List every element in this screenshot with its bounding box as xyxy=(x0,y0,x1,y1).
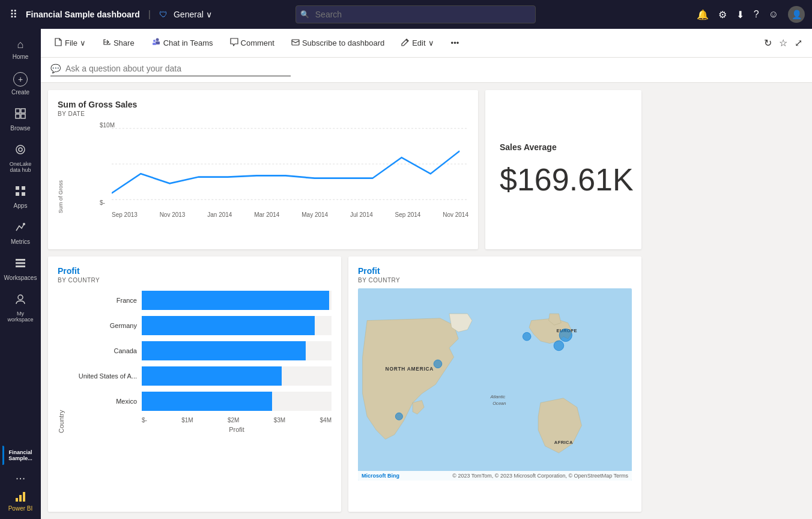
sidebar-item-myworkspace[interactable]: Myworkspace xyxy=(2,288,38,327)
edit-icon xyxy=(401,38,410,48)
svg-point-33 xyxy=(554,341,564,351)
sales-average-card: Sales Average $169.61K xyxy=(485,90,641,249)
browse-icon xyxy=(14,108,26,123)
chart-inner: $10M $- xyxy=(82,122,468,218)
home-icon: ⌂ xyxy=(17,38,24,51)
map-title: Profit xyxy=(358,266,632,276)
sales-avg-title: Sales Average xyxy=(500,142,557,152)
svg-rect-8 xyxy=(16,192,19,196)
svg-point-14 xyxy=(18,295,23,300)
bar-chart-area: Country France Germany xyxy=(58,291,332,433)
svg-rect-3 xyxy=(21,114,25,118)
x-axis-labels: Sep 2013 Nov 2013 Jan 2014 Mar 2014 May … xyxy=(112,211,468,218)
share-icon xyxy=(103,38,111,48)
sidebar-item-financial[interactable]: Financial Sample... xyxy=(2,445,38,466)
search-bar: 🔍 xyxy=(295,5,536,23)
sidebar-more-icon[interactable]: ... xyxy=(16,469,26,482)
bar-x-axis: $- $1M $2M $3M $4M xyxy=(142,417,332,423)
svg-rect-9 xyxy=(22,192,25,196)
edit-button[interactable]: Edit ∨ xyxy=(398,35,437,50)
sidebar-item-workspaces[interactable]: Workspaces xyxy=(2,252,38,286)
topbar: ⠿ Financial Sample dashboard | 🛡 General… xyxy=(0,0,812,29)
svg-rect-15 xyxy=(16,498,18,502)
download-icon[interactable]: ⬇ xyxy=(736,9,744,20)
main-layout: ⌂ Home + Create Browse OneLakedata hub A… xyxy=(0,29,812,519)
sidebar-item-apps[interactable]: Apps xyxy=(2,180,38,214)
search-icon: 🔍 xyxy=(300,10,309,19)
map-area: NORTH AMERICA EUROPE Atlantic Ocean AFRI… xyxy=(358,288,632,481)
bar-chart-title: Profit xyxy=(58,266,332,276)
powerbi-branding: Power BI xyxy=(8,490,33,512)
svg-point-20 xyxy=(153,40,156,42)
line-chart-card: Sum of Gross Sales BY DATE Sum of Gross … xyxy=(48,90,478,249)
topbar-actions: 🔔 ⚙ ⬇ ? ☺ 👤 xyxy=(697,6,805,23)
metrics-icon xyxy=(14,221,26,236)
sidebar: ⌂ Home + Create Browse OneLakedata hub A… xyxy=(0,29,41,519)
sidebar-item-home[interactable]: ⌂ Home xyxy=(2,34,38,65)
map-subtitle: BY COUNTRY xyxy=(358,277,632,284)
svg-point-5 xyxy=(19,148,22,151)
svg-rect-11 xyxy=(16,259,25,261)
favorite-icon[interactable]: ☆ xyxy=(779,37,787,49)
comment-button[interactable]: Comment xyxy=(226,35,278,50)
y-axis-label: Sum of Gross xyxy=(58,122,64,218)
line-chart-svg xyxy=(112,122,468,206)
svg-rect-19 xyxy=(156,41,160,44)
sidebar-item-create[interactable]: + Create xyxy=(2,67,38,100)
app-title: Financial Sample dashboard xyxy=(26,10,140,19)
toolbar-right: ↻ ☆ ⤢ xyxy=(764,37,802,49)
svg-text:Ocean: Ocean xyxy=(492,401,506,406)
bar-row-usa: United States of A... xyxy=(65,366,332,386)
svg-rect-0 xyxy=(16,109,20,113)
ask-question-bar: 💬 xyxy=(41,58,812,83)
bar-row-canada: Canada xyxy=(65,341,332,360)
bar-x-axis-label: Profit xyxy=(142,426,332,433)
svg-point-32 xyxy=(559,329,572,341)
settings-icon[interactable]: ⚙ xyxy=(718,9,727,20)
file-button[interactable]: File ∨ xyxy=(50,35,89,50)
svg-rect-16 xyxy=(19,495,22,502)
svg-point-10 xyxy=(23,223,25,225)
svg-point-31 xyxy=(523,332,531,341)
svg-point-18 xyxy=(156,38,159,41)
svg-rect-7 xyxy=(22,186,25,190)
svg-text:NORTH AMERICA: NORTH AMERICA xyxy=(386,366,434,372)
sales-avg-value: $169.61K xyxy=(500,162,634,198)
bing-logo: Microsoft Bing xyxy=(362,473,399,479)
feedback-icon[interactable]: ☺ xyxy=(769,9,778,20)
svg-rect-13 xyxy=(16,266,25,267)
file-icon xyxy=(54,38,62,48)
more-button[interactable]: ••• xyxy=(447,36,463,50)
svg-rect-21 xyxy=(153,43,156,45)
subscribe-button[interactable]: Subscribe to dashboard xyxy=(288,35,388,50)
apps-grid-icon[interactable]: ⠿ xyxy=(7,5,20,23)
bar-row-france: France xyxy=(65,291,332,310)
ask-question-input[interactable] xyxy=(65,64,291,73)
ask-icon: 💬 xyxy=(50,64,61,73)
workspaces-icon xyxy=(14,257,26,272)
sidebar-item-onelake[interactable]: OneLakedata hub xyxy=(2,139,38,178)
sidebar-item-browse[interactable]: Browse xyxy=(2,103,38,136)
avatar[interactable]: 👤 xyxy=(788,6,805,23)
sidebar-item-metrics[interactable]: Metrics xyxy=(2,216,38,250)
apps-icon xyxy=(14,185,26,200)
search-input[interactable] xyxy=(295,5,536,23)
bar-chart-card: Profit BY COUNTRY Country France xyxy=(48,256,341,512)
line-chart-title: Sum of Gross Sales xyxy=(58,100,468,109)
share-button[interactable]: Share xyxy=(99,35,138,50)
teams-icon xyxy=(151,37,161,49)
bar-chart-subtitle: BY COUNTRY xyxy=(58,277,332,284)
svg-point-4 xyxy=(16,145,25,154)
subscribe-icon xyxy=(291,38,300,48)
svg-rect-1 xyxy=(21,109,25,113)
workspace-selector[interactable]: General ∨ xyxy=(174,10,212,19)
comment-icon xyxy=(230,38,238,48)
help-icon[interactable]: ? xyxy=(754,9,759,20)
notifications-icon[interactable]: 🔔 xyxy=(697,9,709,20)
fullscreen-icon[interactable]: ⤢ xyxy=(795,37,802,49)
line-chart-subtitle: BY DATE xyxy=(58,111,468,117)
chat-in-teams-button[interactable]: Chat in Teams xyxy=(148,35,217,51)
refresh-icon[interactable]: ↻ xyxy=(764,37,772,49)
map-card: Profit BY COUNTRY xyxy=(348,256,641,512)
content-area: File ∨ Share Chat in Teams Comment xyxy=(41,29,812,519)
